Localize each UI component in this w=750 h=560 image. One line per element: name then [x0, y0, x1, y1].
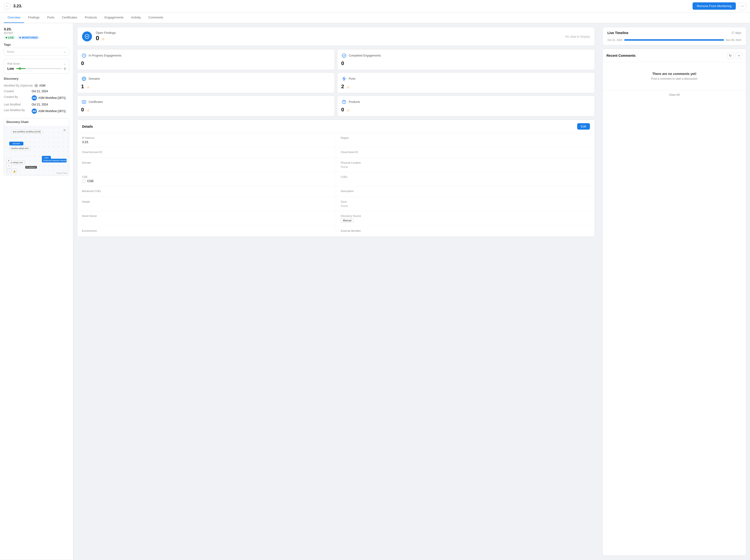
react-flow-label: React Flow — [57, 172, 67, 174]
external-id-cell: External Identifier — [336, 226, 595, 237]
risk-slider[interactable] — [16, 68, 62, 69]
products-header: Products — [341, 99, 591, 105]
tab-engagements[interactable]: Engagements — [101, 12, 127, 23]
last-modified-key: Last Modified — [4, 103, 30, 106]
chain-node-enetspi: e.netspi.com — [9, 161, 25, 164]
zone-key: Zone — [341, 200, 590, 203]
risk-score-label: Risk Score — [7, 62, 20, 65]
cloud-account-key: Cloud Account ID — [82, 151, 331, 154]
last-modified-by-key: Last Modified By — [4, 108, 30, 114]
cde-checkbox[interactable] — [82, 180, 85, 183]
view-all-comments[interactable]: View All — [603, 90, 746, 99]
open-findings-card: Open Findings 0 ↓0 No data to display — [77, 27, 595, 46]
domain-cell: Domain — [77, 158, 336, 172]
risk-score-box: Risk Score ⌄ Low 0 — [4, 59, 69, 74]
region-key: Region — [341, 137, 590, 139]
products-label: Products — [349, 100, 360, 104]
chain-node-domain: Domain — [9, 142, 23, 145]
completed-card: Completed Engagements 0 — [337, 49, 595, 70]
svg-point-1 — [36, 85, 37, 86]
status-badges: LIVE MONITORED — [4, 36, 69, 40]
details-header: Details Edit — [77, 120, 595, 133]
asset-id: 207407 — [4, 32, 69, 35]
tab-overview[interactable]: Overview — [4, 12, 24, 23]
fullscreen-icon[interactable]: ⛶ — [6, 168, 11, 173]
completed-count: 0 — [341, 60, 591, 66]
monitored-cves-key: Monitored CVEs — [82, 190, 331, 193]
risk-chevron-icon[interactable]: ⌄ — [63, 62, 66, 65]
details-card: Details Edit IP Address 3.23. Region Clo… — [77, 120, 595, 237]
environment-key: Environment — [82, 229, 331, 232]
tab-certificates[interactable]: Certificates — [58, 12, 81, 23]
zoom-out-button[interactable]: − — [6, 163, 11, 168]
ports-count: 2 — [341, 83, 344, 89]
zoom-in-button[interactable]: + — [6, 158, 11, 163]
live-dot — [6, 37, 7, 38]
box-icon — [341, 99, 347, 105]
manual-badge: Manual — [341, 218, 353, 222]
certificates-card: Certificates 0 ↓0 — [77, 96, 335, 116]
more-options-button[interactable]: ⋯ — [739, 2, 746, 10]
zone-cell: Zone None — [336, 197, 595, 211]
domains-change: ↓0 — [86, 86, 89, 89]
risk-level: Low — [7, 67, 14, 71]
timeline-days: 17 days — [731, 31, 741, 35]
in-progress-card: In Progress Engagements 0 — [77, 49, 335, 70]
expand-icon[interactable]: ⧉ — [62, 127, 67, 133]
ports-header: Ports — [341, 76, 591, 82]
svg-rect-6 — [82, 100, 86, 103]
completed-header: Completed Engagements — [341, 53, 591, 58]
add-comment-button[interactable]: + — [735, 52, 742, 59]
products-count: 0 — [341, 107, 344, 113]
cert-icon — [81, 99, 87, 105]
page-title: 3.23. — [13, 4, 690, 8]
created-value: Oct 21, 2024 — [32, 89, 48, 93]
avatar: AW — [32, 95, 37, 100]
chain-node-resolve: resolve.netspi.com — [9, 146, 30, 150]
no-data-text: No data to display — [565, 35, 590, 38]
tab-findings[interactable]: Findings — [24, 12, 43, 23]
timeline-end-date: Nov 08, 2024 — [726, 39, 741, 41]
tab-products[interactable]: Products — [81, 12, 101, 23]
ports-label: Ports — [349, 77, 356, 80]
ports-card: Ports 2 ↓0 — [337, 72, 595, 93]
in-progress-header: In Progress Engagements — [81, 53, 331, 58]
certificates-label: Certificates — [89, 100, 103, 104]
right-column: Live Timeline 17 days Oct 21, 2024 Nov 0… — [599, 23, 750, 560]
timeline-title: Live Timeline — [607, 31, 628, 35]
in-progress-label: In Progress Engagements — [89, 54, 122, 57]
comments-empty-title: There are no comments yet! — [607, 72, 741, 76]
discovery-chain-title: Discovery Chain — [4, 119, 69, 125]
shield-icon — [84, 34, 89, 39]
products-card: Products 0 ↓0 — [337, 96, 595, 116]
comments-empty: There are no comments yet! Post a commen… — [603, 62, 746, 90]
live-badge: LIVE — [4, 36, 16, 40]
identified-by-value: ASM — [35, 84, 45, 87]
remove-from-monitoring-button[interactable]: Remove From Monitoring — [692, 2, 736, 10]
center-content: Open Findings 0 ↓0 No data to display In… — [73, 23, 599, 560]
findings-info: Open Findings 0 ↓0 — [96, 31, 562, 42]
tab-comments[interactable]: Comments — [144, 12, 167, 23]
risk-value: 0 — [64, 67, 66, 71]
description-cell: Description — [336, 186, 595, 197]
discovery-label: Discovery — [4, 77, 69, 80]
tags-dropdown[interactable]: None ⌄ — [4, 48, 69, 56]
physical-location-key: Physical Location — [341, 161, 590, 164]
findings-count-row: 0 ↓0 — [96, 35, 562, 42]
back-button[interactable]: ← — [4, 3, 11, 9]
region-cell: Region — [336, 133, 595, 147]
findings-change: ↓0 — [101, 38, 104, 41]
tab-ports[interactable]: Ports — [43, 12, 58, 23]
timeline-bar — [624, 39, 724, 41]
discovery-source-key: Discovery Source — [341, 215, 590, 217]
lock-icon[interactable]: 🔒 — [12, 168, 17, 173]
edit-button[interactable]: Edit — [577, 123, 590, 129]
comments-header: Recent Comments ↻ + — [603, 49, 746, 62]
clock-icon — [81, 53, 87, 58]
risk-thumb — [19, 67, 21, 70]
refresh-button[interactable]: ↻ — [727, 52, 734, 59]
cloud-asset-cell: Cloud Asset ID — [336, 147, 595, 158]
tab-activity[interactable]: Activity — [127, 12, 144, 23]
certificates-count: 0 — [81, 107, 84, 113]
discovery-source-val: Manual — [341, 218, 590, 222]
